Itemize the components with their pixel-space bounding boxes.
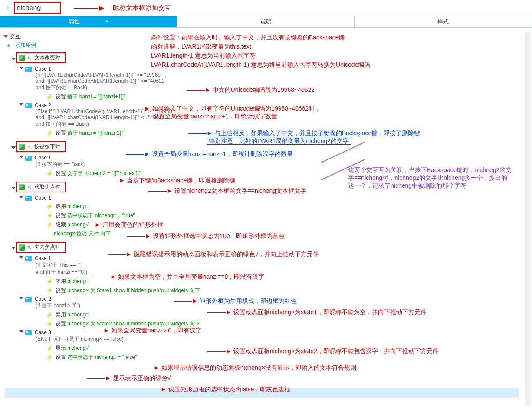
anno-line: LVAR1.length-1 意思为当前输入的字符 (151, 51, 370, 60)
anno-text: 隐藏错误提示用的动态面板和表示正确的绿色√，并向上拉动下方元件 (134, 251, 319, 257)
chevron-icon (11, 58, 16, 60)
anno-state2: ———► 设置动态面板nicheng×为state2，即昵称不能包含汉字，并向下… (207, 348, 439, 355)
section-title: 交互 (10, 33, 21, 40)
cond-line: and "[[LVAR1.charCodeAt(LVAR1.length-1)]… (36, 78, 167, 84)
nicheng-input[interactable] (14, 2, 61, 14)
tab-desc-label: 说明 (260, 18, 272, 26)
action-verb: 设置 (56, 130, 67, 136)
cond-line: (If "[[LVAR1.charCodeAt(LVAR1.length-1)]… (36, 72, 167, 78)
anno-text: 如果全局变量hanzi＞0，即有汉字 (111, 327, 202, 334)
anno-unicode-range: ———► 中文的Unicode编码段为19968~40622 (187, 86, 315, 94)
action-target: 文字于 nicheng2 = "[[This.text]]" (67, 170, 141, 176)
case-icon (25, 196, 32, 201)
anno-text: 设置动态面板nicheng×为state2，即昵称不能包含汉字，并向下推动下方元… (233, 348, 439, 355)
anno-show-tick: ———► 显示表示正确的绿色√ (87, 374, 171, 382)
anno-text: 设置矩形边框的选中状态为false，即灰色边框 (168, 386, 291, 393)
case-1[interactable]: Case 1 (If "[[LVAR1.charCodeAt(LVAR1.len… (20, 66, 532, 101)
action-verb: 设置 (56, 212, 67, 218)
anno-text: 显示表示正确的绿色√ (113, 374, 171, 381)
chevron-icon (11, 146, 16, 149)
event-onfocus[interactable]: ↖ 获取焦点时 (16, 182, 66, 192)
tab-attributes[interactable]: 属性* (0, 16, 177, 27)
anno-line: 条件设置：如果在输入时，输入了中文，并且没有按键盘的Backspace键 (151, 33, 370, 42)
top-anno: 昵称文本框添加交互 (113, 4, 171, 12)
case-name: Case 1 (35, 255, 87, 261)
anno-text: 设置全局变量hanzi=hanzi-1，即统计删除汉字的数量 (152, 150, 293, 157)
chevron-icon (19, 196, 23, 198)
anno-text: 特别注意，此处的LVAR1局部变量为nicheng2的文字 (207, 137, 351, 145)
cond-line: (If 按下的键 == Back) (36, 161, 85, 168)
action-verb: 设置 (56, 321, 67, 327)
event-text-change[interactable]: ↖ 文本改变时 (16, 52, 66, 63)
action-set-hanzi-plus[interactable]: ⚡ 设置 值于 hanzi = "[[hanzi+1]]" (46, 93, 532, 101)
anno-hanzi-plus: ———► 如果输入了中文，即有字符的Unicode编码为19968~40662时… (126, 105, 321, 120)
anno-selected-false: ———► 设置矩形边框的选中状态为false，即灰色边框 (142, 386, 290, 394)
action-setselected[interactable]: ⚡设置 选中状态于 nicheng□ = "true" (46, 212, 532, 219)
plus-icon: + (7, 42, 11, 49)
cond-line: (If 文字于 This == "" (36, 261, 87, 269)
anno-hanzi-minus: ———► 设置全局变量hanzi=hanzi-1，即统计删除汉字的数量 (126, 150, 293, 158)
anno-blur-empty: ———► 如果文本框为空，并且全局变量hanzi==0，即没有汉字 (92, 273, 264, 281)
action-target: 值于 hanzi = "[[hanzi+1]]" (67, 94, 125, 100)
anno-text: 启用会变色的矩形外框 (102, 221, 163, 228)
chevron-icon (19, 103, 23, 106)
action-verb: 启用 (56, 203, 67, 209)
bolt-icon: ⚡ (46, 212, 53, 219)
anno-back-delete: ———► 与上述相反，如果输入了中文，并且按了键盘的Backspace键，即按了… (188, 130, 420, 145)
bolt-icon: ⚡ (46, 203, 53, 210)
anno-text: 设置全局变量hanzi=hanzi+1，即统计汉字数量 (153, 113, 277, 120)
action-target: nicheng□ (67, 312, 89, 318)
event-icon (19, 244, 25, 251)
anno-set-nicheng2: ———► 设置nicheng2文本框的文字==nicheng文本框文字 (148, 187, 306, 195)
action-target: 值于 hanzi = "[[hanzi-1]]" (67, 130, 124, 136)
bolt-icon: ⚡ (46, 130, 53, 137)
action-target: nicheng× 为 State2 show if hidden push/pu… (67, 321, 200, 327)
action-target: nicheng× 为 State1 show if hidden push/pu… (67, 287, 200, 293)
cond-line: (If 值于 hanzi > "0") (36, 302, 80, 309)
top-bar: 1 ———► 昵称文本框添加交互 (0, 0, 532, 16)
anno-text: 如果显示错误信息的动态面板nicheng×没有显示，即输入的文本符合规则 (161, 364, 356, 371)
bolt-icon: ⚡ (46, 287, 53, 294)
anno-text: 设置动态面板nicheng×为state1，即昵称不能为空，并向下推动下方元件 (233, 309, 427, 316)
chevron-icon (19, 256, 23, 259)
tab-description[interactable]: 说明 (177, 16, 355, 27)
anno-disable-red: ———► 矩形外框为禁用模式，即边框为红色 (174, 297, 297, 305)
tab-style[interactable]: 样式 (355, 16, 532, 27)
case-name: Case 1 (35, 195, 51, 201)
cursor-icon: ↖ (27, 55, 32, 61)
action-verb: 禁用 (56, 278, 67, 284)
anno-line: 函数讲解：LVAR1局部变量为this.text (151, 42, 370, 51)
event-key-down[interactable]: ↖ 按键按下时 (16, 141, 66, 152)
anno-text: 中文的Unicode编码段为19968~40622 (213, 86, 315, 93)
action-verb: 设置 (56, 94, 67, 100)
cond-line: (Else If 元件可见于 nicheng× == false) (36, 335, 124, 343)
anno-purple-relation: 这两个交互互为关联，当按下Backspace键时，nichneg2的文字==ni… (348, 166, 513, 190)
action-verb: 设置 (56, 287, 67, 293)
anno-top: 条件设置：如果在输入时，输入了中文，并且没有按键盘的Backspace键 函数讲… (151, 33, 370, 69)
chevron-icon (19, 330, 23, 333)
anno-text: 设置nicheng2文本框的文字==nicheng文本框文字 (174, 187, 306, 194)
chevron-icon (19, 297, 23, 299)
case-name: Case 1 (35, 155, 85, 161)
case-name: Case 1 (35, 66, 167, 72)
case-icon (25, 297, 32, 302)
chevron-icon (11, 187, 16, 189)
anno-text: 设置矩形外框选中状态为true，即矩形外框为蓝色 (153, 232, 285, 239)
action-setstate1[interactable]: ⚡设置 nicheng× 为 State1 show if hidden pus… (46, 287, 532, 294)
case-1[interactable]: Case 1 ⚡启用 nicheng□ ⚡设置 选中状态于 nicheng□ =… (20, 195, 532, 238)
action-verb: 设置 (56, 354, 67, 360)
bolt-icon: ⚡ (46, 354, 53, 361)
case-icon (25, 256, 32, 261)
action-enable[interactable]: ⚡启用 nicheng□ (46, 203, 532, 210)
anno-back-key: ———► 当按下键为Backspace键，即退格删除键 (101, 177, 235, 185)
action-target: nicheng□ (67, 278, 89, 284)
line-number: 1 (6, 4, 10, 12)
tab-attr-label: 属性 (69, 18, 80, 26)
cond-line: and 按下的键 == Back) (36, 120, 174, 128)
add-use-case-label: 添加用例 (15, 42, 36, 49)
arrow-right-icon: ———► (74, 3, 105, 13)
event-onblur[interactable]: ↖ 失去焦点时 (16, 242, 66, 253)
action-verb: 禁用 (56, 312, 67, 318)
case-icon (25, 330, 32, 335)
action-verb: 设置 (56, 170, 67, 176)
